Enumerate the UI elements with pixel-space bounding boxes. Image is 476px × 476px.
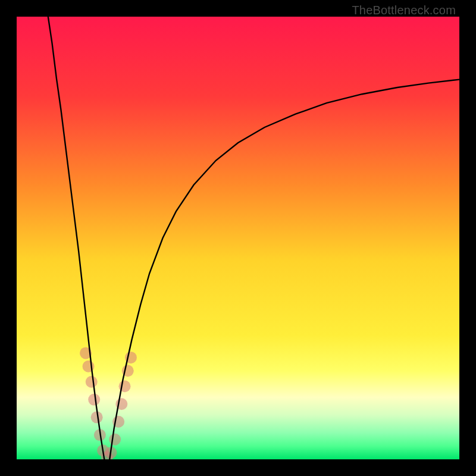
curve-left-branch — [48, 17, 104, 459]
curve-right-branch — [109, 80, 459, 459]
watermark-text: TheBottleneck.com — [352, 4, 456, 17]
chart-frame: TheBottleneck.com — [0, 0, 476, 476]
curve-layer — [17, 17, 459, 459]
plot-area — [17, 17, 459, 459]
